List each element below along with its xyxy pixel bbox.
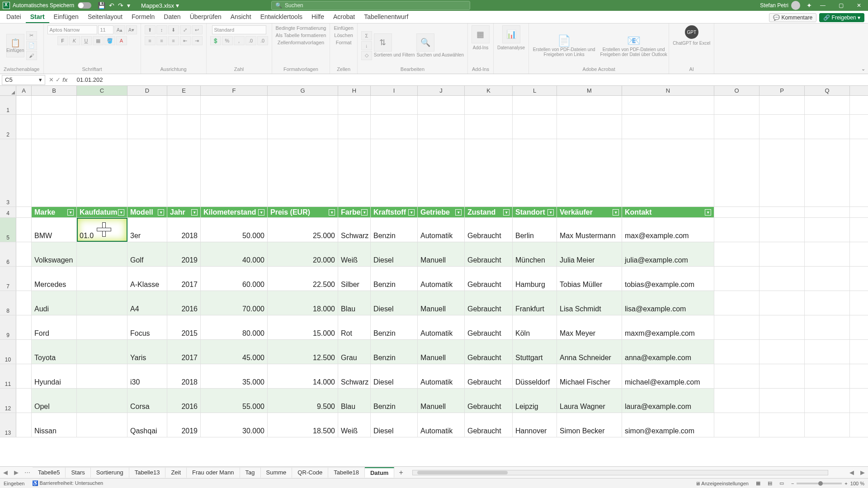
cell-D11[interactable]: i30 [127, 364, 167, 388]
sheet-tab-tabelle13[interactable]: Tabelle13 [129, 467, 166, 478]
cell-K10[interactable]: Gebraucht [465, 340, 513, 364]
cell-E7[interactable]: 2017 [167, 267, 201, 291]
filter-icon[interactable]: ▾ [67, 209, 74, 216]
cell-Q7[interactable] [805, 267, 850, 291]
cell-H8[interactable]: Blau [338, 291, 371, 315]
column-header-Q[interactable]: Q [805, 86, 850, 95]
cell-H9[interactable]: Rot [338, 315, 371, 339]
cell-J11[interactable]: Automatik [418, 364, 465, 388]
clear-icon[interactable]: ◇ [361, 51, 372, 60]
cell-C6[interactable] [77, 242, 127, 266]
display-settings-button[interactable]: 🖥 Anzeigeeinstellungen [695, 481, 749, 486]
row-header-10[interactable]: 10 [0, 340, 16, 364]
cell-C1[interactable] [77, 96, 127, 114]
cell-D8[interactable]: A4 [127, 291, 167, 315]
cell-G10[interactable]: 12.500 [268, 340, 338, 364]
filter-icon[interactable]: ▾ [613, 209, 619, 216]
cell-E2[interactable] [167, 115, 201, 139]
cell-N5[interactable]: max@example.com [622, 218, 714, 242]
sheet-tab-tabelle18[interactable]: Tabelle18 [328, 467, 365, 478]
chatgpt-icon[interactable]: GPT [685, 25, 698, 39]
sheet-tab-tabelle5[interactable]: Tabelle5 [33, 467, 66, 478]
sheet-tab-stars[interactable]: Stars [66, 467, 90, 478]
column-header-O[interactable]: O [714, 86, 760, 95]
cell-M10[interactable]: Anna Schneider [557, 340, 622, 364]
cell-E6[interactable]: 2019 [167, 242, 201, 266]
cell-O11[interactable] [714, 364, 760, 388]
create-pdf-link-button[interactable]: 📄 Erstellen von PDF-Dateien und Freigebe… [530, 34, 598, 57]
cell-B13[interactable]: Nissan [32, 413, 77, 437]
filter-icon[interactable]: ▾ [118, 209, 124, 216]
cell-H2[interactable] [338, 115, 371, 139]
cell-D5[interactable]: 3er [127, 218, 167, 242]
create-pdf-outlook-button[interactable]: 📧 Erstellen von PDF-Dateien und Freigebe… [600, 34, 668, 57]
cell-O12[interactable] [714, 389, 760, 413]
cell-J6[interactable]: Manuell [418, 242, 465, 266]
autosum-icon[interactable]: Σ [361, 31, 372, 40]
orientation-icon[interactable]: ⤢ [180, 25, 191, 34]
cell-K2[interactable] [465, 115, 513, 139]
cell-O2[interactable] [714, 115, 760, 139]
cell-Q6[interactable] [805, 242, 850, 266]
tab-überprüfen[interactable]: Überprüfen [185, 11, 226, 23]
sheet-tab-sortierung[interactable]: Sortierung [91, 467, 129, 478]
filter-icon[interactable]: ▾ [191, 209, 198, 216]
cell-J5[interactable]: Automatik [418, 218, 465, 242]
increase-font-icon[interactable]: A▴ [114, 25, 125, 34]
cell-L13[interactable]: Hannover [513, 413, 557, 437]
cell-K5[interactable]: Gebraucht [465, 218, 513, 242]
cell-C5[interactable]: 01.0 [77, 218, 127, 242]
align-left-icon[interactable]: ≡ [145, 36, 156, 45]
cell-C7[interactable] [77, 267, 127, 291]
cell-Q12[interactable] [805, 389, 850, 413]
filter-icon[interactable]: ▾ [503, 209, 509, 216]
cell-B11[interactable]: Hyundai [32, 364, 77, 388]
cell-A3[interactable] [16, 139, 32, 206]
cell-Q13[interactable] [805, 413, 850, 437]
cell-O4[interactable] [714, 207, 760, 217]
row-header-6[interactable]: 6 [0, 242, 16, 266]
cell-E11[interactable]: 2018 [167, 364, 201, 388]
cell-L6[interactable]: München [513, 242, 557, 266]
cell-F11[interactable]: 35.000 [201, 364, 268, 388]
cell-K3[interactable] [465, 139, 513, 206]
paste-button[interactable]: 📋Einfügen [6, 34, 24, 57]
cell-O13[interactable] [714, 413, 760, 437]
confirm-edit-icon[interactable]: ✓ [56, 76, 61, 83]
save-icon[interactable]: 💾 [98, 2, 105, 9]
cell-N10[interactable]: anna@example.com [622, 340, 714, 364]
cell-O3[interactable] [714, 139, 760, 206]
cell-P12[interactable] [760, 389, 805, 413]
cell-E8[interactable]: 2016 [167, 291, 201, 315]
font-name-input[interactable]: Aptos Narrow [47, 25, 97, 34]
filter-icon[interactable]: ▾ [158, 209, 164, 216]
table-header-preis (eur)[interactable]: Preis (EUR)▾ [268, 207, 338, 217]
comma-icon[interactable]: , [234, 36, 245, 45]
name-box[interactable]: C5 ▾ [2, 75, 45, 85]
increase-decimal-icon[interactable]: .0 [245, 36, 256, 45]
cell-N11[interactable]: michael@example.com [622, 364, 714, 388]
cell-I5[interactable]: Benzin [371, 218, 418, 242]
table-header-jahr[interactable]: Jahr▾ [167, 207, 201, 217]
column-header-M[interactable]: M [557, 86, 622, 95]
cell-B6[interactable]: Volkswagen [32, 242, 77, 266]
cell-E13[interactable]: 2019 [167, 413, 201, 437]
italic-button[interactable]: K [69, 36, 80, 45]
share-button[interactable]: 🔗 Freigeben ▾ [819, 13, 864, 22]
cell-D6[interactable]: Golf [127, 242, 167, 266]
align-bottom-icon[interactable]: ⬇ [168, 25, 179, 34]
cell-F8[interactable]: 70.000 [201, 291, 268, 315]
cell-F12[interactable]: 55.000 [201, 389, 268, 413]
align-top-icon[interactable]: ⬆ [145, 25, 156, 34]
cell-K9[interactable]: Gebraucht [465, 315, 513, 339]
comments-button[interactable]: 💬 Kommentare [769, 13, 816, 22]
cell-G8[interactable]: 18.000 [268, 291, 338, 315]
align-right-icon[interactable]: ≡ [168, 36, 179, 45]
file-name[interactable]: Mappe3.xlsx [141, 2, 174, 9]
cell-O7[interactable] [714, 267, 760, 291]
cell-H13[interactable]: Weiß [338, 413, 371, 437]
cell-G11[interactable]: 14.000 [268, 364, 338, 388]
sheet-nav-next-icon[interactable]: ▶ [11, 469, 22, 476]
cell-I2[interactable] [371, 115, 418, 139]
copy-icon[interactable]: 📄 [26, 41, 37, 50]
